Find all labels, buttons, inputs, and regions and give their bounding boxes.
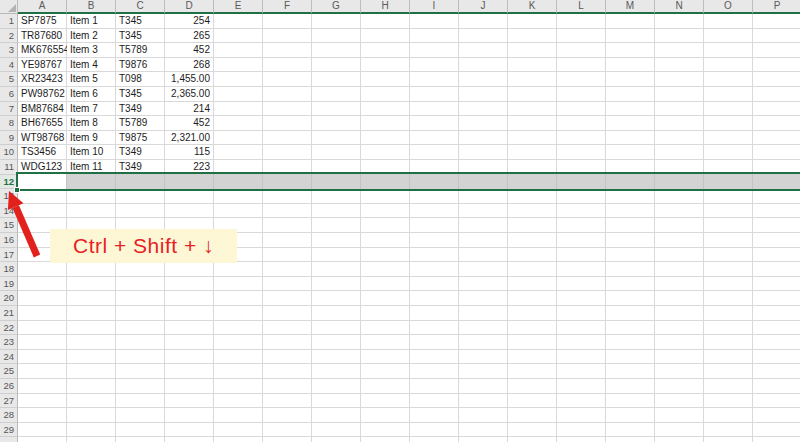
cell-D6[interactable]: 2,365.00	[165, 87, 214, 102]
row-header-9[interactable]: 9	[0, 131, 18, 146]
cell-B7[interactable]: Item 7	[67, 102, 116, 117]
cell-B1[interactable]: Item 1	[67, 14, 116, 29]
column-header-O[interactable]: O	[704, 0, 753, 14]
shortcut-annotation: Ctrl + Shift + ↓	[50, 229, 237, 263]
cell-D10[interactable]: 115	[165, 145, 214, 160]
cell-D1[interactable]: 254	[165, 14, 214, 29]
row-header-2[interactable]: 2	[0, 29, 18, 44]
spreadsheet-grid: ABCDEFGHIJKLMNOP 12345678910111213141516…	[0, 0, 800, 442]
column-header-F[interactable]: F	[263, 0, 312, 14]
column-header-J[interactable]: J	[459, 0, 508, 14]
cell-B5[interactable]: Item 5	[67, 72, 116, 87]
cell-C1[interactable]: T345	[116, 14, 165, 29]
select-all-button[interactable]	[0, 0, 18, 14]
cell-A8[interactable]: BH67655	[18, 116, 67, 131]
cell-D3[interactable]: 452	[165, 43, 214, 58]
cell-A6[interactable]: PW98762	[18, 87, 67, 102]
column-header-B[interactable]: B	[67, 0, 116, 14]
column-header-C[interactable]: C	[116, 0, 165, 14]
row-header-19[interactable]: 19	[0, 277, 18, 292]
select-all-triangle-icon	[8, 4, 16, 12]
row-header-27[interactable]: 27	[0, 394, 18, 409]
cell-C8[interactable]: T5789	[116, 116, 165, 131]
cell-D5[interactable]: 1,455.00	[165, 72, 214, 87]
cell-C4[interactable]: T9876	[116, 58, 165, 73]
row-header-26[interactable]: 26	[0, 379, 18, 394]
cell-B10[interactable]: Item 10	[67, 145, 116, 160]
column-header-A[interactable]: A	[18, 0, 67, 14]
row-header-29[interactable]: 29	[0, 423, 18, 438]
cell-D4[interactable]: 268	[165, 58, 214, 73]
cell-C5[interactable]: T098	[116, 72, 165, 87]
cell-B8[interactable]: Item 8	[67, 116, 116, 131]
row-header-20[interactable]: 20	[0, 291, 18, 306]
row-header-3[interactable]: 3	[0, 43, 18, 58]
row-header-7[interactable]: 7	[0, 102, 18, 117]
cell-C9[interactable]: T9875	[116, 131, 165, 146]
cell-D2[interactable]: 265	[165, 29, 214, 44]
cell-C7[interactable]: T349	[116, 102, 165, 117]
cell-A2[interactable]: TR87680	[18, 29, 67, 44]
cell-B3[interactable]: Item 3	[67, 43, 116, 58]
column-header-row: ABCDEFGHIJKLMNOP	[18, 0, 800, 14]
cell-A5[interactable]: XR23423	[18, 72, 67, 87]
cell-C2[interactable]: T345	[116, 29, 165, 44]
cells-area[interactable]: SP7875Item 1T345254TR87680Item 2T345265M…	[18, 14, 800, 442]
column-header-P[interactable]: P	[753, 0, 800, 14]
column-header-K[interactable]: K	[508, 0, 557, 14]
cell-D8[interactable]: 452	[165, 116, 214, 131]
cell-A7[interactable]: BM87684	[18, 102, 67, 117]
column-header-L[interactable]: L	[557, 0, 606, 14]
cell-A3[interactable]: MK676554	[18, 43, 67, 58]
row-header-6[interactable]: 6	[0, 87, 18, 102]
cell-B4[interactable]: Item 4	[67, 58, 116, 73]
cell-A1[interactable]: SP7875	[18, 14, 67, 29]
row-header-partial[interactable]	[0, 437, 18, 442]
cell-A4[interactable]: YE98767	[18, 58, 67, 73]
selected-row-12-range[interactable]	[16, 172, 800, 191]
row-header-25[interactable]: 25	[0, 364, 18, 379]
row-header-21[interactable]: 21	[0, 306, 18, 321]
column-header-E[interactable]: E	[214, 0, 263, 14]
cell-D9[interactable]: 2,321.00	[165, 131, 214, 146]
cell-C3[interactable]: T5789	[116, 43, 165, 58]
cell-A9[interactable]: WT98768	[18, 131, 67, 146]
row-header-1[interactable]: 1	[0, 14, 18, 29]
column-header-N[interactable]: N	[655, 0, 704, 14]
row-header-28[interactable]: 28	[0, 408, 18, 423]
column-header-I[interactable]: I	[410, 0, 459, 14]
annotation-arrow-icon	[0, 185, 52, 265]
column-header-H[interactable]: H	[361, 0, 410, 14]
row-header-4[interactable]: 4	[0, 58, 18, 73]
column-header-G[interactable]: G	[312, 0, 361, 14]
column-header-M[interactable]: M	[606, 0, 655, 14]
row-header-10[interactable]: 10	[0, 145, 18, 160]
row-header-24[interactable]: 24	[0, 350, 18, 365]
row-header-23[interactable]: 23	[0, 335, 18, 350]
cell-B9[interactable]: Item 9	[67, 131, 116, 146]
column-header-D[interactable]: D	[165, 0, 214, 14]
cell-C10[interactable]: T349	[116, 145, 165, 160]
cell-C6[interactable]: T345	[116, 87, 165, 102]
row-header-8[interactable]: 8	[0, 116, 18, 131]
cell-A10[interactable]: TS3456	[18, 145, 67, 160]
cell-D7[interactable]: 214	[165, 102, 214, 117]
row-header-5[interactable]: 5	[0, 72, 18, 87]
cell-B6[interactable]: Item 6	[67, 87, 116, 102]
cell-B2[interactable]: Item 2	[67, 29, 116, 44]
row-header-22[interactable]: 22	[0, 321, 18, 336]
